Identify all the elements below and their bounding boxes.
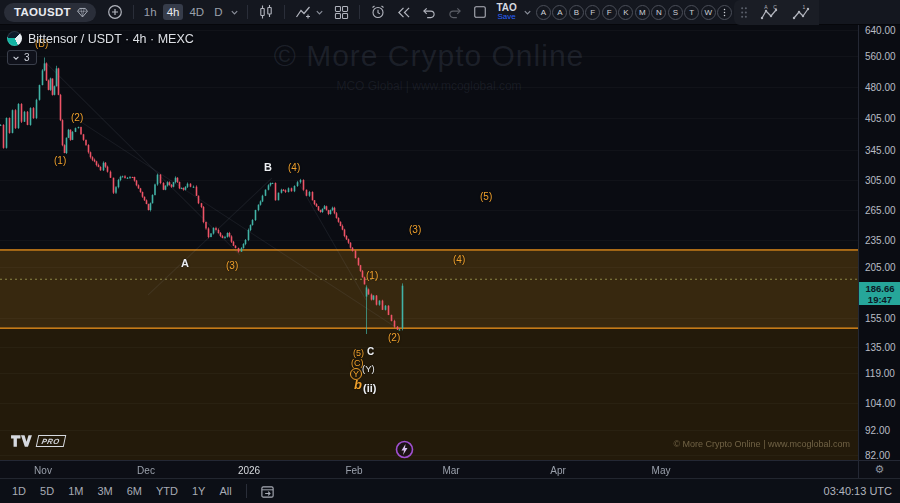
indicators-icon (295, 4, 312, 20)
price-tick: 480.00 (865, 82, 896, 93)
price-tick: 82.00 (865, 450, 890, 461)
calendar-icon (260, 484, 275, 499)
range-5d[interactable]: 5D (34, 483, 60, 499)
last-price-badge: 186.66 19:47 (859, 282, 900, 305)
indicators-button[interactable] (290, 1, 329, 23)
time-tick-nov: Nov (34, 464, 52, 475)
time-tick-apr: Apr (550, 464, 566, 475)
chart-pane[interactable]: © More Crypto Online MCO Global | www.mc… (0, 25, 858, 460)
svg-text:A: A (765, 4, 769, 10)
object-tree-button[interactable]: 3 (7, 50, 37, 65)
price-tick: 92.00 (865, 425, 890, 436)
toolbar-right-panel: AC 1 (734, 0, 819, 25)
last-price: 186.66 (859, 283, 900, 294)
clock-utc[interactable]: 03:40:13 UTC (824, 485, 892, 497)
interval-D[interactable]: D (210, 4, 226, 20)
layout-name-label: TAO (496, 3, 516, 12)
layout-shortcut-b-2[interactable]: B (569, 5, 584, 20)
time-tick-mar: Mar (442, 464, 459, 475)
candles-icon (258, 4, 274, 20)
tradingview-app: TAOUSDT 1h4h4DD (0, 0, 900, 503)
interval-dropdown-button[interactable] (227, 1, 242, 23)
date-range-row: 1D5D1M3M6MYTD1YAll (4, 483, 238, 499)
range-3m[interactable]: 3M (91, 483, 118, 499)
gem-icon (76, 6, 89, 19)
elliott-correction-icon: AC (760, 4, 782, 21)
layout-shortcut-w-10[interactable]: W (701, 5, 716, 20)
layout-shortcut-m-6[interactable]: M (635, 5, 650, 20)
more-icon (723, 7, 726, 18)
time-tick-may: May (652, 464, 671, 475)
interval-4D[interactable]: 4D (185, 4, 208, 20)
toolbar-separator (359, 5, 360, 19)
elliott-correction-tool-button[interactable]: AC (755, 1, 787, 23)
quick-action-button[interactable] (395, 440, 414, 459)
price-tick: 135.00 (865, 342, 896, 353)
price-tick: 305.00 (865, 175, 896, 186)
undo-button[interactable] (416, 1, 442, 23)
price-tick: 345.00 (865, 145, 896, 156)
fullscreen-icon (473, 5, 487, 19)
tradingview-logo[interactable]: PRO (10, 434, 65, 448)
layout-shortcut-a-0[interactable]: A (536, 5, 551, 20)
range-1d[interactable]: 1D (6, 483, 32, 499)
interval-1h[interactable]: 1h (140, 4, 161, 20)
chevron-down-icon (230, 8, 239, 17)
range-6m[interactable]: 6M (121, 483, 148, 499)
chevron-down-icon (12, 54, 20, 62)
interval-row: 1h4h4DD (139, 4, 228, 20)
pro-badge: PRO (36, 435, 66, 447)
range-all[interactable]: All (213, 483, 237, 499)
layout-dropdown-button[interactable] (521, 1, 534, 23)
object-count: 3 (24, 52, 30, 63)
price-tick: 119.00 (865, 368, 895, 379)
layout-name-button[interactable]: TAO Save (496, 3, 516, 21)
elliott-impulse-tool-button[interactable]: 1 (787, 1, 817, 23)
layout-shortcut-k-5[interactable]: K (618, 5, 633, 20)
go-to-date-button[interactable] (255, 480, 280, 502)
fullscreen-button[interactable] (468, 1, 492, 23)
price-axis[interactable]: 186.66 19:47 640.00560.00480.00405.00345… (858, 25, 900, 460)
drag-handle-icon[interactable] (740, 6, 748, 19)
price-tick: 640.00 (865, 25, 896, 36)
layout-shortcut-f-3[interactable]: F (585, 5, 600, 20)
symbol-search-button[interactable]: TAOUSDT (4, 3, 96, 22)
interval-4h[interactable]: 4h (163, 4, 184, 20)
range-ytd[interactable]: YTD (150, 483, 184, 499)
range-1y[interactable]: 1Y (186, 483, 211, 499)
redo-button[interactable] (442, 1, 468, 23)
add-symbol-button[interactable] (102, 1, 128, 23)
chevron-down-icon (315, 8, 324, 17)
price-chart-canvas[interactable] (0, 25, 858, 460)
toolbar-separator (246, 484, 247, 498)
price-tick: 265.00 (865, 205, 896, 216)
layout-shortcut-s-8[interactable]: S (668, 5, 683, 20)
price-tick: 104.00 (865, 398, 896, 409)
time-axis[interactable]: NovDec2026FebMarAprMay (0, 460, 858, 478)
gear-icon: ⚙ (875, 463, 885, 476)
toolbar-separator (247, 5, 248, 19)
footer-watermark: © More Crypto Online | www.mcoglobal.com (673, 439, 850, 449)
time-tick-feb: Feb (345, 464, 362, 475)
layout-grid-button[interactable] (329, 1, 354, 23)
bottom-toolbar: 1D5D1M3M6MYTD1YAll 03:40:13 UTC (0, 478, 900, 503)
axis-settings-corner[interactable]: ⚙ (858, 460, 900, 478)
layout-shortcut-f-4[interactable]: F (602, 5, 617, 20)
redo-icon (447, 6, 463, 19)
layout-shortcut-t-9[interactable]: T (684, 5, 699, 20)
alert-button[interactable] (365, 1, 391, 23)
replay-button[interactable] (391, 1, 416, 23)
range-1m[interactable]: 1M (62, 483, 89, 499)
tao-coin-logo (7, 31, 22, 46)
toolbar-separator (284, 5, 285, 19)
chart-title: Bittensor / USDT · 4h · MEXC (28, 32, 194, 46)
chevron-down-icon (523, 8, 532, 17)
layout-shortcut-a-1[interactable]: A (552, 5, 567, 20)
chart-style-button[interactable] (253, 1, 279, 23)
layout-shortcut-n-7[interactable]: N (651, 5, 666, 20)
more-button[interactable] (717, 5, 732, 20)
price-tick: 405.00 (865, 113, 896, 124)
undo-icon (421, 6, 437, 19)
tv-logo-icon (10, 434, 33, 448)
save-link[interactable]: Save (498, 12, 516, 21)
